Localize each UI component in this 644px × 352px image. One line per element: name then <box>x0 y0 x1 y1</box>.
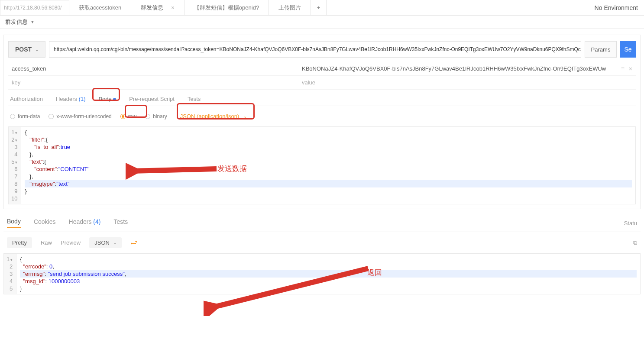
response-panel: Body Cookies Headers (4) Tests Statu Pre… <box>3 218 641 294</box>
breadcrumb[interactable]: 群发信息▼ <box>0 16 644 29</box>
send-button[interactable]: Se <box>620 41 636 58</box>
top-tab-bar: http://172.18.80.56:8080/ 获取accesstoken … <box>0 0 644 16</box>
chevron-down-icon: ⌄ <box>113 240 117 245</box>
resp-tab-body[interactable]: Body <box>7 218 21 228</box>
wrap-lines-icon[interactable]: ⮐ <box>130 239 137 247</box>
param-row[interactable]: access_token KBoNONaJZ4-KhafQVJoQ6VBX0F-… <box>8 62 636 76</box>
delete-icon[interactable]: × <box>629 65 632 72</box>
address-box[interactable]: http://172.18.80.56:8080/ <box>0 0 69 15</box>
close-icon[interactable]: × <box>171 4 175 11</box>
response-toolbar: Pretty Raw Preview JSON⌄ ⮐ ⧉ <box>3 232 641 253</box>
chevron-down-icon: ⌄ <box>35 47 39 52</box>
content-type-selector[interactable]: JSON (application/json)⌄ <box>176 111 252 121</box>
params-button[interactable]: Params <box>585 41 617 58</box>
line-gutter: 1▾2▾345▾678910 <box>9 127 21 204</box>
code-body: { "errcode": 0, "errmsg": "send job subm… <box>16 254 640 294</box>
status-label: Statu <box>624 220 637 226</box>
line-gutter: 1▾2345 <box>4 254 16 294</box>
param-value[interactable]: KBoNONaJZ4-KhafQVJoQ6VBX0F-bls7nAsJBn8Fy… <box>302 65 621 72</box>
copy-icon[interactable]: ⧉ <box>633 239 637 246</box>
request-body-editor[interactable]: 1▾2▾345▾678910 { "filter":{ "is_to_all":… <box>8 126 636 204</box>
tab-3[interactable]: 上传图片 <box>269 0 311 15</box>
radio-raw[interactable]: raw <box>120 113 136 119</box>
resp-tab-cookies[interactable]: Cookies <box>34 218 56 228</box>
param-row-empty[interactable]: key value <box>8 76 636 90</box>
http-method-selector[interactable]: POST⌄ <box>8 41 45 58</box>
chevron-down-icon: ▼ <box>30 19 35 24</box>
param-key[interactable]: access_token <box>12 65 302 72</box>
tab-headers[interactable]: Headers (1) <box>56 96 86 102</box>
url-input[interactable]: https://api.weixin.qq.com/cgi-bin/messag… <box>49 41 581 58</box>
tab-authorization[interactable]: Authorization <box>10 96 43 102</box>
code-body[interactable]: { "filter":{ "is_to_all":true }, "text":… <box>21 127 635 204</box>
add-tab-button[interactable]: + <box>311 0 327 15</box>
body-type-row: form-data x-www-form-urlencoded raw bina… <box>8 106 636 126</box>
radio-urlencoded[interactable]: x-www-form-urlencoded <box>49 113 111 119</box>
environment-selector[interactable]: No Environment <box>589 0 644 15</box>
resp-tab-headers[interactable]: Headers (4) <box>69 218 101 228</box>
tab-0[interactable]: 获取accesstoken <box>69 0 131 15</box>
tab-body[interactable]: Body <box>99 96 117 102</box>
radio-form-data[interactable]: form-data <box>10 113 40 119</box>
tab-tests[interactable]: Tests <box>188 96 201 102</box>
response-tabs: Body Cookies Headers (4) Tests Statu <box>3 218 641 232</box>
view-pretty[interactable]: Pretty <box>7 237 32 248</box>
view-preview[interactable]: Preview <box>61 239 81 246</box>
dot-indicator-icon <box>113 98 116 101</box>
request-panel: POST⌄ https://api.weixin.qq.com/cgi-bin/… <box>3 35 641 209</box>
tab-2[interactable]: 【群发短信】根据openid? <box>184 0 269 15</box>
tab-1[interactable]: 群发信息× <box>131 0 184 15</box>
response-format-selector[interactable]: JSON⌄ <box>89 237 122 248</box>
tab-prerequest[interactable]: Pre-request Script <box>129 96 175 102</box>
view-raw[interactable]: Raw <box>41 239 52 246</box>
chevron-down-icon: ⌄ <box>243 114 247 119</box>
radio-binary[interactable]: binary <box>145 113 167 119</box>
annotation-response: 返回 <box>367 268 382 278</box>
response-body-editor[interactable]: 1▾2345 { "errcode": 0, "errmsg": "send j… <box>3 253 641 294</box>
menu-icon[interactable]: ≡ <box>621 65 625 72</box>
resp-tab-tests[interactable]: Tests <box>113 218 128 228</box>
request-section-tabs: Authorization Headers (1) Body Pre-reque… <box>8 96 636 106</box>
params-table: access_token KBoNONaJZ4-KhafQVJoQ6VBX0F-… <box>8 62 636 90</box>
annotation-send-data: 发送数据 <box>217 164 247 174</box>
